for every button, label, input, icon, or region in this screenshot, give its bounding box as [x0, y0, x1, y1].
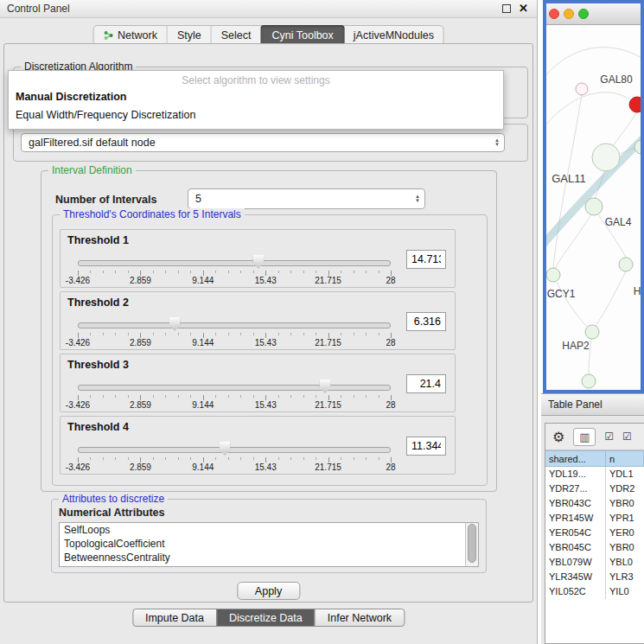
cell[interactable]: YBL079W [545, 555, 606, 570]
numerical-attributes-list[interactable]: SelfLoops TopologicalCoefficient Between… [59, 522, 479, 567]
network-titlebar [546, 3, 641, 25]
threshold-1-value-field[interactable] [406, 250, 446, 269]
select-all-icon[interactable]: ☑ [604, 430, 614, 443]
table-data-combo[interactable]: galFiltered.sif default node ▲▼ [21, 133, 505, 152]
cell[interactable]: YBR043C [545, 496, 606, 511]
table-row[interactable]: YDL19...YDL1 [545, 467, 644, 481]
table-row[interactable]: YLR345WYLR3 [545, 570, 644, 584]
column-header-shared-name[interactable]: shared... [545, 450, 606, 467]
threshold-3-value-field[interactable] [406, 374, 446, 393]
screen: Control Panel ✕ Network Style Select Cyn… [0, 0, 644, 644]
cell[interactable]: YLR3 [606, 570, 644, 584]
zoom-traffic-light[interactable] [578, 9, 589, 19]
table-row[interactable]: YER054CYER0 [545, 526, 644, 540]
algorithm-dropdown-popup: Select algorithm to view settings Manual… [8, 70, 504, 130]
apply-button[interactable]: Apply [237, 582, 300, 600]
slider-track [78, 322, 391, 328]
node-gal4[interactable] [585, 198, 603, 215]
tab-select[interactable]: Select [212, 26, 262, 45]
cell[interactable]: YBR0 [606, 540, 644, 555]
slider-thumb[interactable] [252, 255, 264, 269]
table-row[interactable]: YBR045CYBR0 [545, 540, 644, 555]
dropdown-option-equal-width-frequency[interactable]: Equal Width/Frequency Discretization [9, 106, 503, 124]
tab-discretize-data[interactable]: Discretize Data [216, 609, 316, 627]
list-item[interactable]: TopologicalCoefficient [60, 537, 478, 551]
bottom-tabbar: Impute Data Discretize Data Infer Networ… [132, 609, 405, 627]
tab-infer-network[interactable]: Infer Network [315, 609, 405, 627]
node-hap2[interactable] [585, 325, 599, 339]
thick-edge [546, 131, 641, 251]
select-none-icon[interactable]: ☑ [622, 430, 632, 443]
threshold-3-slider[interactable] [78, 379, 391, 394]
node-gcy1[interactable] [546, 268, 560, 282]
threshold-2-label: Threshold 2 [67, 296, 129, 309]
node-selected-red[interactable] [629, 97, 641, 112]
tab-jactivemnodules[interactable]: jActiveMNodules [344, 26, 443, 45]
cell[interactable]: YDR27... [545, 481, 606, 496]
list-scrollbar[interactable] [465, 523, 478, 566]
column-header-name[interactable]: n [606, 450, 644, 467]
node-gal80[interactable] [576, 83, 588, 95]
number-of-intervals-value: 5 [195, 193, 201, 205]
group-title: Interval Definition [48, 164, 136, 176]
threshold-2-value-field[interactable] [406, 312, 446, 331]
cell[interactable]: YBL0 [606, 555, 644, 570]
threshold-2-slider[interactable] [78, 317, 391, 332]
scrollbar-thumb[interactable] [468, 524, 476, 563]
float-window-icon[interactable] [502, 4, 511, 13]
cell[interactable]: YDR2 [606, 481, 644, 496]
slider-thumb[interactable] [169, 317, 181, 331]
table-row[interactable]: YBL079WYBL0 [545, 555, 644, 570]
slider-thumb[interactable] [319, 379, 330, 393]
cell[interactable]: YBR0 [606, 496, 644, 511]
select-columns-button[interactable]: ▥ [573, 428, 596, 446]
cell[interactable]: YLR345W [545, 570, 606, 584]
cell[interactable]: YIL0 [606, 584, 644, 599]
cyni-toolbox-panel: Discretization Algorithm ▲▼ Select algor… [3, 43, 533, 603]
table-row[interactable]: YBR043CYBR0 [545, 496, 644, 511]
cell[interactable]: YBR045C [545, 540, 606, 555]
table-row[interactable]: YPR145WYPR1 [545, 511, 644, 526]
cell[interactable]: YDL1 [606, 467, 644, 481]
list-item[interactable]: SelfLoops [60, 523, 478, 537]
gear-icon[interactable]: ⚙ [552, 429, 564, 445]
table-row[interactable]: YDR27...YDR2 [545, 481, 644, 496]
threshold-4-panel: Threshold 4 -3.4262.8599.14415.4321.7152… [60, 416, 456, 475]
network-canvas[interactable]: GAL80 GAL11 GAL4 GCY1 HAP2 H [546, 24, 641, 390]
cell[interactable]: YPR145W [545, 511, 606, 526]
cell[interactable]: YER0 [606, 526, 644, 540]
tab-network[interactable]: Network [93, 26, 168, 45]
close-icon[interactable]: ✕ [519, 2, 528, 16]
cell[interactable]: YPR1 [606, 511, 644, 526]
threshold-4-slider[interactable] [78, 442, 391, 456]
threshold-3-panel: Threshold 3 -3.4262.8599.14415.4321.7152… [60, 354, 456, 412]
node-label-hap2: HAP2 [562, 340, 590, 352]
slider-scale: -3.4262.8599.14415.4321.71528 [78, 400, 391, 411]
threshold-4-value-field[interactable] [406, 437, 446, 456]
threshold-1-slider[interactable] [78, 255, 391, 270]
minimize-traffic-light[interactable] [564, 9, 574, 19]
tab-impute-data[interactable]: Impute Data [132, 609, 217, 627]
table-row[interactable]: YIL052CYIL0 [545, 584, 644, 599]
tab-style[interactable]: Style [168, 26, 212, 45]
node-table: shared... n YDL19...YDL1 YDR27...YDR2 YB… [545, 450, 644, 599]
slider-track [78, 260, 391, 266]
attributes-group: Attributes to discretize Numerical Attri… [51, 499, 487, 573]
threshold-3-label: Threshold 3 [67, 359, 129, 371]
number-of-intervals-combo[interactable]: 5 ▲▼ [188, 188, 425, 209]
tab-label: Network [118, 26, 157, 45]
close-traffic-light[interactable] [549, 9, 559, 19]
node-right[interactable] [619, 258, 633, 271]
cell[interactable]: YDL19... [545, 467, 606, 481]
node-bottom[interactable] [582, 374, 596, 388]
slider-thumb[interactable] [220, 442, 231, 456]
network-view-window[interactable]: GAL80 GAL11 GAL4 GCY1 HAP2 H [543, 0, 644, 393]
cell[interactable]: YIL052C [545, 584, 606, 599]
number-of-intervals-label: Number of Intervals [55, 194, 156, 206]
node-gal11[interactable] [592, 143, 620, 171]
cell[interactable]: YER054C [545, 526, 606, 540]
control-panel-window: Control Panel ✕ Network Style Select Cyn… [0, 0, 538, 644]
list-item[interactable]: BetweennessCentrality [60, 551, 478, 564]
threshold-4-label: Threshold 4 [67, 421, 129, 433]
dropdown-option-manual-discretization[interactable]: Manual Discretization [9, 88, 503, 106]
